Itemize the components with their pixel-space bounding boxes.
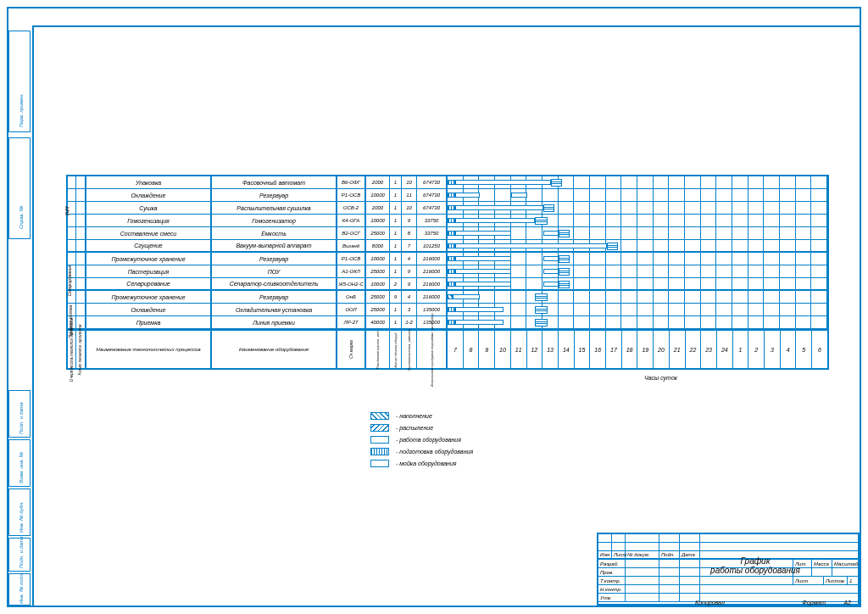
gantt-bar <box>543 282 559 287</box>
legend: - наполнение - распыление - работа обору… <box>370 412 473 472</box>
gantt-bar <box>455 205 542 210</box>
footer-copied: Копировал <box>695 600 725 606</box>
gantt-bar <box>559 255 570 263</box>
gantt-bar <box>511 193 527 198</box>
binding-label: Перв. примен. <box>19 93 24 127</box>
binding-label: Подп. и дата <box>19 536 24 568</box>
gantt-bar <box>543 256 559 261</box>
gantt-bar <box>453 294 480 299</box>
gantt-bar <box>535 293 548 301</box>
gantt-bar <box>535 306 548 314</box>
gantt-bar <box>448 269 455 274</box>
gantt-bar <box>455 243 606 248</box>
chart-row: Сушка Распылительная сушилка ОСВ-2 2000 … <box>66 202 827 215</box>
gantt-bar <box>455 193 479 198</box>
legend-swatch <box>370 448 389 455</box>
legend-text: - наполнение <box>396 413 432 419</box>
chart-row: Промежуточное хранение Резервуар ОнБ 250… <box>66 291 827 304</box>
gantt-bar <box>455 180 551 185</box>
legend-swatch <box>370 436 389 444</box>
chart-row: Сепарирование Сепаратор-сливкоотделитель… <box>66 278 827 291</box>
gantt-bar <box>455 282 511 287</box>
chart-row: Упаковка Фасовочный автомат В6-ОФГ 2000 … <box>66 176 827 189</box>
x-axis-label: Часы суток <box>644 375 677 381</box>
gantt-bar <box>559 268 570 276</box>
gantt-bar <box>559 230 570 237</box>
legend-swatch <box>370 424 389 432</box>
legend-text: - мойка оборудования <box>396 460 457 466</box>
gantt-bar <box>448 282 455 287</box>
gantt-bar <box>535 217 548 225</box>
gantt-bar <box>448 180 455 185</box>
chart-header: Очерёдность технолог. процессов Кол-во т… <box>66 329 827 370</box>
chart-row: Составление смеси Ёмкость В2-ОСГ 25000 1… <box>66 227 827 240</box>
group-label-3: Приёмка молока <box>68 305 73 338</box>
legend-text: - подготовка оборудования <box>396 449 473 455</box>
binding-label: Инв. № подл. <box>19 572 24 604</box>
gantt-bar <box>448 243 455 248</box>
footer-format: Формат <box>802 600 826 606</box>
group-label-1: ЗЦМ <box>64 207 70 216</box>
gantt-chart: Упаковка Фасовочный автомат В6-ОФГ 2000 … <box>66 175 829 370</box>
gantt-bar <box>448 231 455 236</box>
gantt-bar <box>543 269 559 274</box>
chart-row: Промежуточное хранение Резервуар Р1-ОСВ … <box>66 253 827 265</box>
gantt-bar <box>455 256 511 261</box>
binding-label: Взам. инв. № <box>19 452 24 483</box>
gantt-bar <box>543 231 559 236</box>
chart-row: Пастеризация ПОУ А1-ОКЛ 25000 1 9 216000 <box>66 265 827 278</box>
binding-label: Справ. № <box>19 206 24 229</box>
gantt-bar <box>455 218 535 223</box>
gantt-bar <box>448 205 455 210</box>
gantt-bar <box>448 218 455 223</box>
gantt-bar <box>455 231 511 236</box>
legend-text: - работа оборудования <box>396 437 461 443</box>
drawing-title: График работы оборудования <box>709 556 802 575</box>
legend-text: - распыление <box>396 425 433 431</box>
gantt-bar <box>448 307 455 312</box>
gantt-bar <box>455 307 503 312</box>
binding-label: Инв. № дубл. <box>19 501 24 533</box>
gantt-bar <box>543 204 554 212</box>
legend-swatch <box>370 412 389 420</box>
chart-row: Приемка Линия приемки ЛР-27 40000 1 1-2 … <box>66 316 827 329</box>
footer-format-val: А2 <box>843 600 851 606</box>
chart-row: Охлаждение Резервуар Р1-ОСВ 10000 1 11 6… <box>66 189 827 202</box>
gantt-bar <box>535 319 548 327</box>
gantt-bar <box>455 269 511 274</box>
chart-row: Гомогенизация Гомогенизатор К4-ОГА 10000… <box>66 215 827 227</box>
group-label-2: Сепарирование <box>67 265 72 297</box>
gantt-bar <box>551 179 562 187</box>
chart-row: Сгущение Вакуум-выпарной аппарат Виганд … <box>66 240 827 253</box>
binding-label: Подп. и дата <box>19 402 24 434</box>
gantt-bar <box>455 320 503 325</box>
gantt-bar <box>448 193 455 198</box>
chart-row: Охлаждение Охладительная установка ООЛ 2… <box>66 304 827 316</box>
gantt-bar <box>559 281 570 288</box>
gantt-bar <box>448 320 455 325</box>
title-block: Изм Лист № докум. Подп. Дата Разраб. Лит… <box>597 533 860 606</box>
gantt-bar <box>448 256 455 261</box>
gantt-bar <box>607 243 618 250</box>
legend-swatch <box>370 460 389 467</box>
